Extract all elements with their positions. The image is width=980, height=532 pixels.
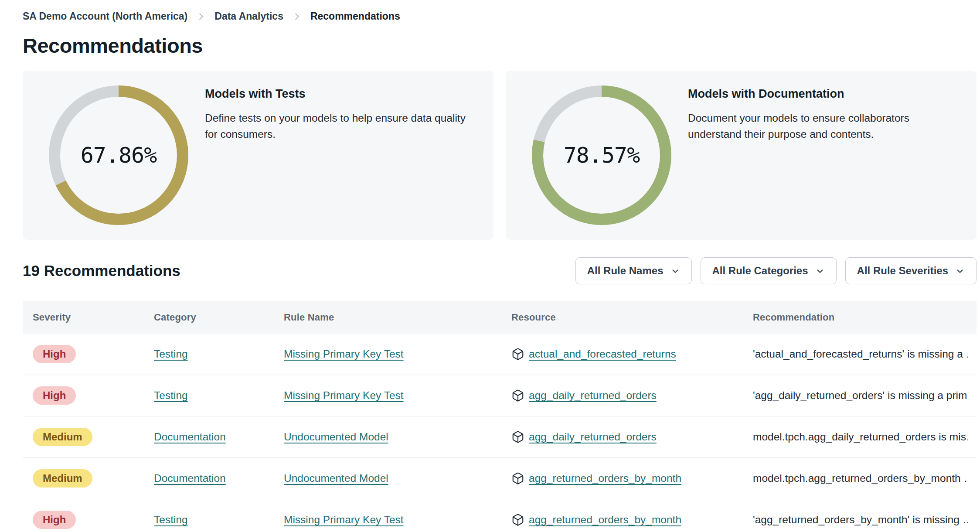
rule-name-link[interactable]: Missing Primary Key Test: [284, 389, 404, 401]
recommendations-page: SA Demo Account (North America) Data Ana…: [0, 0, 980, 532]
breadcrumb-project-link[interactable]: Data Analytics: [214, 10, 283, 22]
rule-names-filter-label: All Rule Names: [587, 265, 664, 277]
severity-badge: Medium: [33, 428, 92, 446]
column-header-recommendation: Recommendation: [753, 312, 968, 323]
rule-categories-filter-label: All Rule Categories: [712, 265, 808, 277]
docs-donut-chart: 78.57%: [532, 85, 671, 225]
tests-card-description: Define tests on your models to help ensu…: [205, 110, 476, 143]
severity-badge: High: [33, 511, 76, 529]
rule-categories-filter-dropdown[interactable]: All Rule Categories: [701, 257, 837, 284]
table-row: Medium Documentation Undocumented Model …: [23, 458, 977, 499]
breadcrumb-account-link[interactable]: SA Demo Account (North America): [23, 10, 187, 22]
chevron-right-icon: [196, 12, 206, 21]
resource-link[interactable]: agg_daily_returned_orders: [529, 431, 657, 443]
breadcrumb-current: Recommendations: [310, 10, 400, 22]
model-cube-icon: [511, 513, 524, 526]
column-header-severity: Severity: [33, 312, 154, 323]
table-row: Medium Documentation Undocumented Model …: [23, 416, 977, 458]
recommendations-count: 19 Recommendations: [23, 262, 180, 280]
category-link[interactable]: Testing: [154, 348, 188, 360]
resource-link[interactable]: agg_returned_orders_by_month: [529, 472, 681, 484]
table-row: High Testing Missing Primary Key Test ac…: [23, 334, 977, 375]
rule-names-filter-dropdown[interactable]: All Rule Names: [575, 257, 692, 284]
table-header-row: Severity Category Rule Name Resource Rec…: [23, 301, 977, 334]
model-cube-icon: [511, 472, 524, 485]
docs-card-text: Models with Documentation Document your …: [671, 71, 977, 240]
column-header-rule-name: Rule Name: [284, 312, 511, 323]
breadcrumb: SA Demo Account (North America) Data Ana…: [23, 10, 977, 22]
rule-severities-filter-dropdown[interactable]: All Rule Severities: [845, 257, 977, 284]
category-link[interactable]: Testing: [154, 389, 188, 401]
recommendations-table: Severity Category Rule Name Resource Rec…: [23, 301, 977, 532]
chevron-down-icon: [815, 266, 825, 276]
metric-cards: 67.86% Models with Tests Define tests on…: [23, 71, 977, 240]
docs-card-title: Models with Documentation: [688, 87, 959, 101]
table-row: High Testing Missing Primary Key Test ag…: [23, 375, 977, 416]
tests-card-title: Models with Tests: [205, 87, 476, 101]
category-link[interactable]: Documentation: [154, 472, 226, 484]
model-cube-icon: [511, 430, 524, 443]
chevron-down-icon: [670, 266, 680, 276]
recommendation-text: model.tpch.agg_daily_returned_orders is …: [753, 431, 968, 443]
recommendation-text: 'agg_returned_orders_by_month' is missin…: [753, 514, 968, 526]
docs-card-description: Document your models to ensure collabora…: [688, 110, 959, 143]
recommendation-text: model.tpch.agg_returned_orders_by_month …: [753, 472, 968, 484]
tests-card-text: Models with Tests Define tests on your m…: [188, 71, 493, 240]
list-header: 19 Recommendations All Rule Names All Ru…: [23, 257, 977, 284]
rule-name-link[interactable]: Missing Primary Key Test: [284, 514, 404, 525]
models-with-tests-card: 67.86% Models with Tests Define tests on…: [23, 71, 493, 240]
resource-link[interactable]: agg_daily_returned_orders: [529, 389, 657, 402]
category-link[interactable]: Testing: [154, 514, 188, 525]
severity-badge: High: [33, 386, 76, 405]
column-header-category: Category: [154, 312, 284, 323]
recommendation-text: 'actual_and_forecasted_returns' is missi…: [753, 348, 968, 360]
docs-percent-value: 78.57%: [532, 85, 671, 225]
resource-link[interactable]: actual_and_forecasted_returns: [529, 348, 676, 360]
column-header-resource: Resource: [511, 312, 753, 323]
rule-name-link[interactable]: Undocumented Model: [284, 431, 388, 443]
resource-link[interactable]: agg_returned_orders_by_month: [529, 514, 681, 526]
chevron-down-icon: [955, 266, 965, 276]
severity-badge: High: [33, 345, 76, 363]
model-cube-icon: [511, 348, 524, 361]
page-title: Recommendations: [23, 34, 977, 58]
severity-badge: Medium: [33, 469, 92, 488]
rule-name-link[interactable]: Missing Primary Key Test: [284, 348, 404, 360]
models-with-docs-card: 78.57% Models with Documentation Documen…: [506, 71, 977, 240]
filter-bar: All Rule Names All Rule Categories All R…: [575, 257, 977, 284]
recommendation-text: 'agg_daily_returned_orders' is missing a…: [753, 389, 968, 402]
rule-severities-filter-label: All Rule Severities: [857, 265, 948, 277]
tests-donut-chart: 67.86%: [49, 85, 188, 225]
table-row: High Testing Missing Primary Key Test ag…: [23, 499, 977, 532]
model-cube-icon: [511, 389, 524, 402]
chevron-right-icon: [292, 12, 302, 21]
category-link[interactable]: Documentation: [154, 431, 226, 443]
tests-percent-value: 67.86%: [49, 85, 188, 225]
rule-name-link[interactable]: Undocumented Model: [284, 472, 388, 484]
